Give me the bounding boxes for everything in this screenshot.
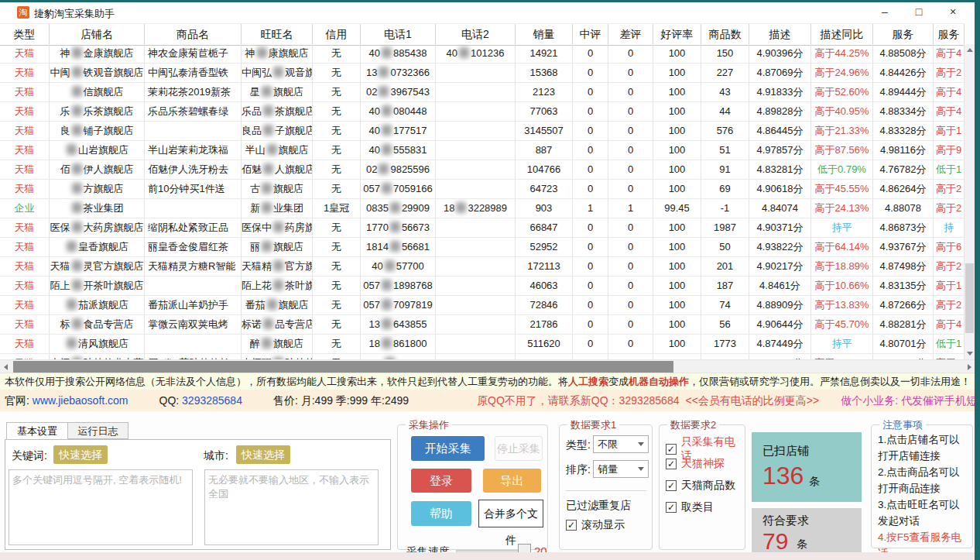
city-quick-select-button[interactable]: 快速选择	[236, 445, 290, 464]
column-header-14[interactable]: 描述同比	[811, 24, 873, 45]
wangwang-cell[interactable]: 醉旗舰店	[242, 335, 313, 354]
store-name-cell[interactable]: 茄派旗舰店	[50, 296, 145, 315]
wangwang-cell[interactable]: 乐品茶旗舰店	[242, 102, 313, 122]
product-name-cell[interactable]	[145, 277, 242, 296]
product-name-cell[interactable]: 买1发3荷叶芳茶长	[145, 354, 242, 359]
column-header-6[interactable]: 电话1	[361, 24, 436, 45]
wangwang-cell[interactable]: 良品子旗舰店	[242, 122, 313, 141]
column-header-12[interactable]: 商品数	[701, 24, 749, 45]
vertical-scrollbar[interactable]	[965, 44, 975, 359]
wangwang-cell[interactable]: 中闽醒叶林茶业专	[242, 354, 313, 359]
product-name-cell[interactable]	[145, 199, 242, 218]
store-name-cell[interactable]: 陌上开茶叶旗舰店	[50, 277, 145, 296]
wangwang-cell[interactable]: 丽旗舰店	[242, 238, 313, 257]
qq-number[interactable]: 3293285684	[182, 394, 242, 407]
wangwang-cell[interactable]: 半山旗舰店	[242, 141, 313, 160]
store-name-cell[interactable]: 中闽铁观音旗舰店	[50, 64, 145, 83]
desc-compare-cell: 高于13.83%	[811, 296, 873, 315]
product-name-cell[interactable]	[145, 122, 242, 141]
store-name-cell[interactable]: 清风旗舰店	[50, 335, 145, 354]
start-collect-button[interactable]: 开始采集	[411, 436, 485, 461]
login-button[interactable]: 登录	[411, 469, 471, 493]
column-header-3[interactable]: 商品名	[145, 24, 242, 45]
keywords-input[interactable]	[9, 469, 193, 545]
column-header-15[interactable]: 服务	[873, 24, 934, 45]
checkbox-checked-icon[interactable]: ✓	[666, 480, 677, 491]
checkbox-checked-icon[interactable]: ✓	[666, 502, 677, 513]
tab-basic-settings[interactable]: 基本设置	[6, 422, 68, 439]
wangwang-cell[interactable]: 标诺品专营店	[242, 315, 313, 335]
column-header-1[interactable]: 类型	[0, 24, 50, 45]
horizontal-scrollbar[interactable]	[0, 359, 975, 373]
column-header-8[interactable]: 销量	[516, 24, 573, 45]
merge-files-button[interactable]: 合并多个文件	[478, 500, 543, 527]
export-button[interactable]: 导出	[483, 469, 541, 493]
product-name-cell[interactable]: 掌微云南双荚电烤	[145, 315, 242, 335]
column-header-7[interactable]: 电话2	[436, 24, 516, 45]
store-name-cell[interactable]: 中闽叶林茶业专营	[50, 354, 145, 359]
wangwang-cell[interactable]: 番茄旗舰店	[242, 296, 313, 315]
column-header-16[interactable]: 服务	[934, 24, 965, 45]
product-name-cell[interactable]: 中闽弘泰清香型铁	[145, 64, 242, 83]
website-link[interactable]: www.jiebaosoft.com	[33, 394, 128, 407]
column-header-13[interactable]: 描述	[749, 24, 811, 45]
product-name-cell[interactable]: 半山岩茉莉龙珠福	[145, 141, 242, 160]
type-select[interactable]: 不限	[593, 435, 649, 453]
wangwang-cell[interactable]: 陌上花茶叶旗舰店	[242, 277, 313, 296]
store-name-cell[interactable]: 方旗舰店	[50, 180, 145, 199]
product-name-cell[interactable]: 天猫精灵方糖R智能	[145, 257, 242, 277]
scroll-left-icon[interactable]	[0, 361, 10, 373]
column-header-2[interactable]: 店铺名	[50, 24, 145, 45]
scroll-down-icon[interactable]	[965, 347, 975, 359]
product-name-cell[interactable]: 神农金康菊苣栀子	[145, 44, 242, 64]
scroll-up-icon[interactable]	[965, 44, 975, 57]
product-name-cell[interactable]: 前10分钟买1件送	[145, 180, 242, 199]
help-button[interactable]: 帮助	[411, 501, 471, 526]
horizontal-scroll-thumb[interactable]	[13, 361, 673, 373]
sort-select[interactable]: 销量	[593, 460, 649, 478]
wangwang-cell[interactable]: 医保中药房旗舰店	[242, 218, 313, 238]
wangwang-cell[interactable]: 新业集团	[242, 199, 313, 218]
product-name-cell[interactable]: 佰魅伊人洗牙粉去	[145, 160, 242, 180]
vertical-scroll-thumb[interactable]	[965, 263, 974, 333]
wangwang-cell[interactable]: 星旗舰店	[242, 83, 313, 102]
stop-collect-button[interactable]: 停止采集	[495, 436, 543, 461]
wangwang-cell[interactable]: 古旗舰店	[242, 180, 313, 199]
store-name-cell[interactable]: 信旗舰店	[50, 83, 145, 102]
maximize-icon[interactable]: □	[902, 2, 936, 23]
product-name-cell[interactable]: 缩阴私处紧致正品	[145, 218, 242, 238]
close-icon[interactable]: ×	[936, 2, 970, 23]
store-name-cell[interactable]: 神金康旗舰店	[50, 44, 145, 64]
store-name-cell[interactable]: 佰伊人旗舰店	[50, 160, 145, 180]
wangwang-cell[interactable]: 天猫精官方旗舰店	[242, 257, 313, 277]
column-header-9[interactable]: 中评	[573, 24, 608, 45]
checkbox-checked-icon[interactable]: ✓	[666, 444, 677, 455]
store-name-cell[interactable]: 良铺子旗舰店	[50, 122, 145, 141]
column-header-11[interactable]: 好评率	[653, 24, 701, 45]
store-name-cell[interactable]: 皇香旗舰店	[50, 238, 145, 257]
store-name-cell[interactable]: 标食品专营店	[50, 315, 145, 335]
wangwang-cell[interactable]: 神康旗舰店	[242, 44, 313, 64]
tab-run-log[interactable]: 运行日志	[68, 422, 128, 439]
minimize-icon[interactable]: –	[868, 2, 902, 23]
column-header-4[interactable]: 旺旺名	[242, 24, 313, 45]
city-input[interactable]	[204, 469, 379, 545]
column-header-5[interactable]: 信用	[313, 24, 361, 45]
store-name-cell[interactable]: 茶业集团	[50, 199, 145, 218]
scroll-right-icon[interactable]	[963, 361, 973, 373]
store-name-cell[interactable]: 医保大药房旗舰店	[50, 218, 145, 238]
product-name-cell[interactable]: 乐品乐茶碧螺春绿	[145, 102, 242, 122]
checkbox-checked-icon[interactable]: ✓	[666, 459, 677, 469]
product-name-cell[interactable]	[145, 335, 242, 354]
product-name-cell[interactable]: 番茄派山羊奶护手	[145, 296, 242, 315]
keywords-quick-select-button[interactable]: 快速选择	[53, 445, 108, 464]
store-name-cell[interactable]: 乐乐茶旗舰店	[50, 102, 145, 122]
checkbox-checked-icon[interactable]: ✓	[566, 520, 577, 531]
store-name-cell[interactable]: 天猫灵官方旗舰店	[50, 257, 145, 277]
product-name-cell[interactable]: 丽皇香金俊眉红茶	[145, 238, 242, 257]
column-header-10[interactable]: 差评	[608, 24, 653, 45]
wangwang-cell[interactable]: 中闽弘观音旗舰店	[242, 64, 313, 83]
store-name-cell[interactable]: 山岩旗舰店	[50, 141, 145, 160]
product-name-cell[interactable]: 茉莉花茶2019新茶	[145, 83, 242, 102]
wangwang-cell[interactable]: 佰魅人旗舰店	[242, 160, 313, 180]
